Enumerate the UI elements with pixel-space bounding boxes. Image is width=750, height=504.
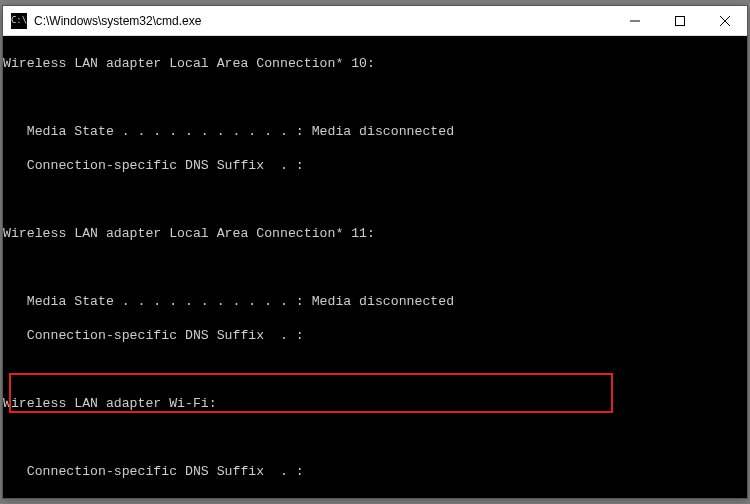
- svg-rect-1: [675, 16, 684, 25]
- titlebar[interactable]: C:\ C:\Windows\system32\cmd.exe: [3, 6, 747, 36]
- cmd-icon: C:\: [11, 13, 27, 29]
- close-button[interactable]: [702, 6, 747, 35]
- adapter-header: Wireless LAN adapter Local Area Connecti…: [3, 225, 743, 242]
- dns-suffix: Connection-specific DNS Suffix . :: [3, 327, 743, 344]
- terminal-output[interactable]: Wireless LAN adapter Local Area Connecti…: [3, 36, 747, 498]
- media-state: Media State . . . . . . . . . . . : Medi…: [3, 293, 743, 310]
- dns-suffix: Connection-specific DNS Suffix . :: [3, 157, 743, 174]
- adapter-header: Wireless LAN adapter Wi-Fi:: [3, 395, 743, 412]
- dns-suffix: Connection-specific DNS Suffix . :: [3, 463, 743, 480]
- adapter-header: Wireless LAN adapter Local Area Connecti…: [3, 55, 743, 72]
- maximize-button[interactable]: [657, 6, 702, 35]
- media-state: Media State . . . . . . . . . . . : Medi…: [3, 123, 743, 140]
- window-controls: [612, 6, 747, 35]
- window-title: C:\Windows\system32\cmd.exe: [34, 14, 201, 28]
- minimize-button[interactable]: [612, 6, 657, 35]
- cmd-window: C:\ C:\Windows\system32\cmd.exe Wireless…: [2, 5, 748, 499]
- ipv6-address: IPv6 Address. . . . . . . . . . . : 2405…: [3, 497, 743, 498]
